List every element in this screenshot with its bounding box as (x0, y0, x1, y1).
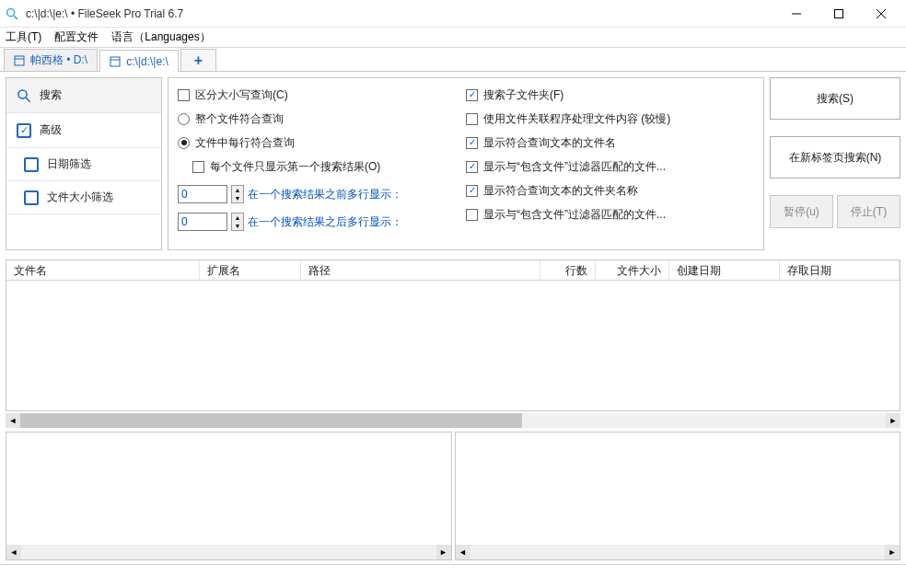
checkbox-icon[interactable] (466, 137, 478, 149)
side-item-search[interactable]: 搜索 (6, 78, 161, 113)
maximize-button[interactable] (818, 1, 860, 27)
preview-left-hscroll[interactable]: ◄► (6, 545, 451, 559)
side-item-size-filter[interactable]: 文件大小筛选 (6, 181, 161, 214)
svg-line-1 (14, 16, 17, 19)
checkbox-icon[interactable] (466, 113, 478, 125)
tab-page-icon (110, 56, 121, 67)
side-item-date-filter[interactable]: 日期筛选 (6, 148, 161, 181)
svg-rect-8 (110, 57, 120, 66)
preview-right-hscroll[interactable]: ◄► (456, 545, 900, 559)
checkbox-icon[interactable] (466, 89, 478, 101)
col-filename[interactable]: 文件名 (6, 260, 200, 280)
window-title: c:\|d:\|e:\ • FileSeek Pro Trial 6.7 (26, 7, 775, 20)
opt-incfolders-label: 显示与“包含文件”过滤器匹配的文件... (483, 207, 666, 223)
svg-rect-3 (835, 9, 843, 17)
scroll-right-icon[interactable]: ► (886, 413, 900, 428)
after-label: 在一个搜索结果之后多行显示： (248, 214, 402, 230)
opt-show-include-folders[interactable]: 显示与“包含文件”过滤器匹配的文件... (466, 205, 754, 224)
opt-file-handler[interactable]: 使用文件关联程序处理文件内容 (较慢) (466, 110, 754, 128)
radio-icon[interactable] (178, 137, 190, 149)
before-spinner[interactable]: ▲▼ (231, 185, 244, 203)
opt-subfolders-label: 搜索子文件夹(F) (483, 87, 563, 103)
tab-page-icon (14, 55, 25, 66)
opt-case-sensitive[interactable]: 区分大小写查询(C) (178, 86, 466, 104)
col-created[interactable]: 创建日期 (669, 260, 780, 280)
menu-profiles[interactable]: 配置文件 (54, 29, 99, 45)
opt-filename-label: 显示符合查询文本的文件名 (483, 135, 616, 151)
minimize-button[interactable] (775, 1, 818, 27)
opt-whole-file[interactable]: 整个文件符合查询 (178, 110, 466, 128)
checkbox-icon[interactable] (192, 161, 204, 173)
menu-language[interactable]: 语言（Languages） (111, 29, 210, 45)
search-icon (16, 87, 32, 104)
opt-first-only[interactable]: 每个文件只显示第一个搜索结果(O) (178, 157, 466, 176)
tab-1-label: 帕西格 • D:\ (30, 52, 87, 68)
preview-area: ◄► ◄► (6, 432, 900, 560)
before-label: 在一个搜索结果之前多行显示： (248, 187, 402, 202)
table-body (6, 281, 900, 410)
menubar: 工具(T) 配置文件 语言（Languages） (0, 28, 906, 48)
app-icon (4, 6, 20, 22)
opt-firstonly-label: 每个文件只显示第一个搜索结果(O) (210, 159, 380, 175)
opt-show-include-files[interactable]: 显示与“包含文件”过滤器匹配的文件... (466, 157, 754, 176)
tab-1[interactable]: 帕西格 • D:\ (4, 49, 98, 71)
side-advanced-label: 高级 (40, 122, 62, 138)
results-table: 文件名 扩展名 路径 行数 文件大小 创建日期 存取日期 (6, 259, 900, 411)
checkbox-icon[interactable] (466, 209, 478, 221)
opt-show-filename[interactable]: 显示符合查询文本的文件名 (466, 133, 754, 152)
opt-foldername-label: 显示符合查询文本的文件夹名称 (483, 183, 638, 199)
opt-whole-label: 整个文件符合查询 (195, 111, 284, 127)
svg-point-10 (18, 90, 27, 98)
titlebar: c:\|d:\|e:\ • FileSeek Pro Trial 6.7 (0, 0, 906, 28)
radio-icon[interactable] (178, 113, 190, 125)
size-filter-icon (23, 190, 40, 206)
action-panel: 搜索(S) 在新标签页搜索(N) 暂停(u) 停止(T) (770, 77, 900, 250)
date-filter-icon (23, 156, 40, 173)
checkbox-icon[interactable] (178, 89, 190, 101)
scroll-thumb[interactable] (20, 413, 522, 428)
preview-left-pane: ◄► (6, 432, 452, 560)
options-panel: 区分大小写查询(C) 整个文件符合查询 文件中每行符合查询 每个文件只显示第一个… (168, 77, 764, 250)
status-bar (0, 564, 906, 582)
advanced-icon: ✓ (16, 122, 32, 139)
col-size[interactable]: 文件大小 (596, 260, 669, 280)
side-search-label: 搜索 (40, 87, 62, 103)
after-lines-input[interactable] (178, 213, 227, 231)
horizontal-scrollbar[interactable]: ◄ ► (6, 413, 900, 428)
search-new-tab-button[interactable]: 在新标签页搜索(N) (770, 136, 900, 179)
opt-incfiles-label: 显示与“包含文件”过滤器匹配的文件... (483, 159, 666, 175)
svg-point-0 (7, 8, 15, 16)
before-lines-input[interactable] (178, 185, 227, 203)
col-ext[interactable]: 扩展名 (200, 260, 301, 280)
opt-each-line[interactable]: 文件中每行符合查询 (178, 133, 466, 152)
opt-show-foldername[interactable]: 显示符合查询文本的文件夹名称 (466, 181, 754, 200)
table-header: 文件名 扩展名 路径 行数 文件大小 创建日期 存取日期 (6, 260, 900, 281)
new-tab-button[interactable]: + (180, 49, 216, 71)
opt-subfolders[interactable]: 搜索子文件夹(F) (466, 86, 754, 104)
tabstrip: 帕西格 • D:\ c:\|d:\|e:\ + (0, 48, 906, 72)
close-button[interactable] (860, 1, 902, 27)
side-item-advanced[interactable]: ✓ 高级 (6, 113, 161, 148)
tab-2[interactable]: c:\|d:\|e:\ (99, 50, 179, 72)
svg-line-11 (26, 98, 30, 102)
menu-tools[interactable]: 工具(T) (6, 29, 41, 45)
search-button[interactable]: 搜索(S) (770, 77, 900, 120)
checkbox-icon[interactable] (466, 161, 478, 173)
opt-eachline-label: 文件中每行符合查询 (195, 135, 295, 151)
tab-2-label: c:\|d:\|e:\ (126, 55, 168, 68)
side-panel: 搜索 ✓ 高级 日期筛选 文件大小筛选 (6, 77, 162, 250)
svg-rect-6 (15, 56, 24, 65)
col-accessed[interactable]: 存取日期 (780, 260, 900, 280)
scroll-left-icon[interactable]: ◄ (6, 413, 20, 428)
col-lines[interactable]: 行数 (540, 260, 596, 280)
side-date-label: 日期筛选 (47, 156, 91, 172)
after-spinner[interactable]: ▲▼ (231, 213, 244, 231)
pause-button[interactable]: 暂停(u) (770, 195, 833, 228)
col-path[interactable]: 路径 (301, 260, 540, 280)
checkbox-icon[interactable] (466, 185, 478, 197)
opt-handler-label: 使用文件关联程序处理文件内容 (较慢) (483, 111, 670, 127)
opt-case-label: 区分大小写查询(C) (195, 87, 288, 103)
side-size-label: 文件大小筛选 (47, 190, 113, 205)
preview-right-pane: ◄► (455, 432, 901, 560)
stop-button[interactable]: 停止(T) (837, 195, 900, 228)
